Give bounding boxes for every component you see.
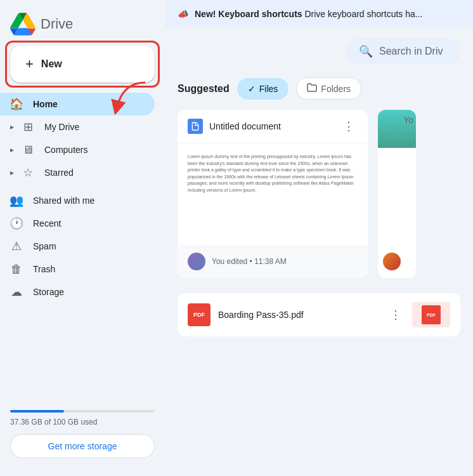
avatar [383,253,401,270]
file-card-row2: PDF Boarding Pass-35.pdf ⋮ PDF [178,293,460,336]
storage-bar-container [10,410,155,413]
pdf-icon: PDF [188,303,211,326]
sidebar-item-starred[interactable]: ▸ ☆ Starred [0,161,155,184]
search-area: 🔍 Search in Driv [165,28,473,70]
home-icon: 🏠 [10,98,23,110]
sidebar: Drive + New 🏠 Home ▸ ⊞ My Drive [0,0,165,476]
secondary-nav: 👥 Shared with me 🕐 Recent ⚠ Spam 🗑 Trash… [0,189,165,303]
filter-folders-label: Folders [321,84,351,94]
expand-arrow-icon: ▸ [10,122,14,131]
primary-nav: 🏠 Home ▸ ⊞ My Drive ▸ 🖥 Computers ▸ ☆ St… [0,93,165,184]
people-icon: 👥 [10,194,23,207]
new-button-label: New [41,58,62,70]
sidebar-item-my-drive[interactable]: ▸ ⊞ My Drive [0,116,155,138]
sidebar-item-label: Shared with me [33,195,94,206]
drive-icon: ⊞ [22,121,34,133]
storage-text: 37.36 GB of 100 GB used [10,418,155,426]
announcement-rest: Drive keyboard shortcuts ha... [304,9,422,19]
clock-icon: 🕐 [10,217,23,230]
sidebar-item-recent[interactable]: 🕐 Recent [0,212,155,235]
new-button[interactable]: + New [10,46,155,83]
partial-card-label: Yo [403,115,413,125]
avatar [188,253,205,270]
storage-bar-fill [10,410,64,413]
announcement-banner: 📣 New! Keyboard shortcuts Drive keyboard… [165,0,473,28]
file-card-header: Untitled document ⋮ [178,110,368,143]
filter-files-label: Files [259,84,278,94]
checkmark-icon: ✓ [248,84,256,94]
more-options-button[interactable]: ⋮ [340,117,358,135]
suggested-title: Suggested [178,83,230,95]
file-name: Untitled document [209,121,334,131]
editor-label: You edited [212,257,247,266]
expand-arrow-icon: ▸ [10,168,14,177]
sidebar-item-label: Starred [44,168,74,178]
main-content: 📣 New! Keyboard shortcuts Drive keyboard… [165,0,473,476]
sidebar-item-shared[interactable]: 👥 Shared with me [0,189,155,212]
sidebar-item-label: Spam [33,241,56,251]
new-button-wrapper: + New [10,46,155,83]
trash-icon: 🗑 [10,263,23,275]
file-card-footer: You edited • 11:38 AM [178,245,368,278]
megaphone-icon: 📣 [178,9,188,19]
star-icon: ☆ [22,166,34,179]
storage-section: 37.36 GB of 100 GB used Get more storage [0,400,165,468]
pdf-thumbnail: PDF [412,302,450,327]
sidebar-item-label: Computers [44,145,87,155]
file-card-partial: Yo [378,110,416,278]
filter-files-button[interactable]: ✓ Files [237,78,289,100]
folder-icon [307,83,317,94]
edit-time: 11:38 AM [254,257,287,266]
file-card-untitled-doc: Untitled document ⋮ Lorem ipsum dummy te… [178,110,368,278]
file-cards-row: Untitled document ⋮ Lorem ipsum dummy te… [178,110,460,278]
sidebar-item-trash[interactable]: 🗑 Trash [0,258,155,281]
pdf-file-name: Boarding Pass-35.pdf [218,310,379,320]
sidebar-item-computers[interactable]: ▸ 🖥 Computers [0,138,155,161]
sidebar-item-home[interactable]: 🏠 Home [0,93,155,116]
google-docs-icon [188,119,203,134]
suggested-section: Suggested ✓ Files Folders [165,70,473,286]
computer-icon: 🖥 [22,143,34,156]
sidebar-item-label: Trash [33,264,55,274]
announcement-text: New! Keyboard shortcuts Drive keyboard s… [195,9,422,19]
search-icon: 🔍 [359,44,373,58]
logo-area: Drive [0,8,165,46]
pdf-thumb-icon: PDF [422,305,441,324]
search-bar[interactable]: 🔍 Search in Driv [346,38,460,65]
sidebar-item-label: Recent [33,218,61,228]
cloud-icon: ☁ [10,286,23,298]
app-title: Drive [41,16,73,32]
spam-icon: ⚠ [10,240,23,253]
plus-icon: + [25,56,34,72]
sidebar-item-label: My Drive [44,122,79,132]
expand-arrow-icon: ▸ [10,145,14,154]
suggested-header: Suggested ✓ Files Folders [178,77,460,100]
sidebar-item-label: Home [33,99,58,109]
sidebar-item-label: Storage [33,287,64,297]
sidebar-item-storage[interactable]: ☁ Storage [0,281,155,303]
more-options-button[interactable]: ⋮ [387,306,405,324]
get-more-storage-button[interactable]: Get more storage [10,434,155,458]
drive-logo-icon [10,13,36,36]
preview-text: Lorem ipsum dummy text of the printing p… [188,154,358,194]
file-preview: Lorem ipsum dummy text of the printing p… [178,143,368,245]
announcement-bold: New! Keyboard shortcuts [195,9,302,19]
search-placeholder: Search in Driv [379,46,443,57]
file-edit-meta: You edited • 11:38 AM [212,257,287,266]
sidebar-item-spam[interactable]: ⚠ Spam [0,235,155,258]
filter-folders-button[interactable]: Folders [296,77,361,100]
